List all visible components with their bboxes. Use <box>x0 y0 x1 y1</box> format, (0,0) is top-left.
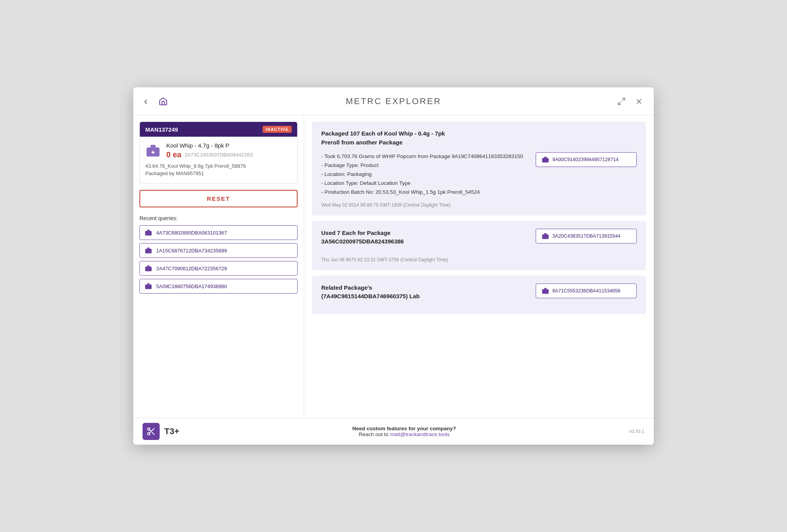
query-pkg-icon <box>145 229 152 236</box>
query-item[interactable]: 5A09C1880756DBA174938980 <box>139 279 298 294</box>
package-info-row: Kool Whip - 4.7g - 8pk P 0 ea 2A73C24535… <box>145 142 292 159</box>
footer: T3+ Need custom features for your compan… <box>133 418 654 445</box>
svg-line-17 <box>152 432 154 435</box>
package-meta2: Packaged by MAN857951 <box>145 170 292 176</box>
close-button[interactable] <box>634 96 644 107</box>
event-ref-1[interactable]: 9A00C9140239944957128714 <box>536 152 637 167</box>
event-ref-2[interactable]: 3A20C4383517DBA713915544 <box>536 229 637 243</box>
footer-version: v0.93.1 <box>629 429 644 434</box>
ref-pkg-icon <box>541 287 549 295</box>
reach-out-text: Reach out to <box>359 431 390 437</box>
tool-name: T3+ <box>164 426 179 436</box>
custom-text: Need custom features for your company? <box>352 426 456 431</box>
package-name: Kool Whip - 4.7g - 8pk P <box>166 142 292 149</box>
event-card-2: Used 7 Each for Package 3A56C0200975DBA8… <box>312 221 646 270</box>
ref-id-2: 3A20C4383517DBA713915544 <box>552 233 620 239</box>
package-card: MAN137249 INACTIVE Kool Whip - 4.7g - 8p… <box>139 122 298 184</box>
expand-button[interactable] <box>616 96 627 107</box>
query-id: 4A73C6802895DBA063101367 <box>156 230 227 236</box>
svg-rect-12 <box>542 235 549 239</box>
ref-pkg-icon <box>541 156 549 163</box>
query-pkg-icon <box>145 264 152 272</box>
close-icon <box>635 97 643 105</box>
query-id: 2A47C7090612DBA722356729 <box>156 266 227 271</box>
query-item[interactable]: 4A73C6802895DBA063101367 <box>139 225 298 240</box>
modal-title: METRC EXPLORER <box>346 96 441 106</box>
event-text-1: - Took 6,703.76 Grams of WHIP Popcorn fr… <box>321 152 529 197</box>
event-title-1: Packaged 107 Each of Kool Whip - 0.4g - … <box>321 129 637 147</box>
package-card-body: Kool Whip - 4.7g - 8pk P 0 ea 2A73C24535… <box>140 137 297 183</box>
svg-rect-10 <box>145 285 152 289</box>
footer-left: T3+ <box>143 423 179 440</box>
scissors-icon <box>146 427 156 436</box>
svg-rect-8 <box>145 249 152 254</box>
package-meta1: 43.64.76_Kool Whip_9.6g 7pk Preroll_5887… <box>145 163 292 169</box>
header-right <box>582 96 644 107</box>
expand-icon <box>617 97 626 106</box>
status-badge: INACTIVE <box>263 126 292 133</box>
modal-body: MAN137249 INACTIVE Kool Whip - 4.7g - 8p… <box>133 115 654 418</box>
ref-id-1: 9A00C9140239944957128714 <box>552 157 618 162</box>
svg-rect-7 <box>145 231 152 236</box>
query-item[interactable]: 2A47C7090612DBA722356729 <box>139 261 298 276</box>
event-title-2: Used 7 Each for Package 3A56C0200975DBA8… <box>321 229 529 246</box>
recent-queries-label: Recent queries: <box>139 215 298 221</box>
header-center: METRC EXPLORER <box>205 96 582 106</box>
svg-rect-9 <box>145 267 152 271</box>
event-body-2: Used 7 Each for Package 3A56C0200975DBA8… <box>321 229 637 252</box>
main-content: Packaged 107 Each of Kool Whip - 0.4g - … <box>304 115 654 418</box>
svg-rect-13 <box>542 289 549 294</box>
package-card-header: MAN137249 INACTIVE <box>140 122 297 137</box>
event-card-3: Related Package's (7A49C9815144DBA746960… <box>312 276 646 314</box>
home-button[interactable] <box>157 95 169 108</box>
package-tag: 2A73C2453507DBA0944226S <box>185 152 253 158</box>
footer-custom: Need custom features for your company? R… <box>179 426 629 437</box>
metrc-explorer-modal: ‹ METRC EXPLORER <box>133 87 654 445</box>
sidebar: MAN137249 INACTIVE Kool Whip - 4.7g - 8p… <box>133 115 304 418</box>
package-id: MAN137249 <box>145 126 178 133</box>
package-icon <box>145 143 161 158</box>
modal-header: ‹ METRC EXPLORER <box>133 87 654 115</box>
query-pkg-icon <box>145 247 152 254</box>
query-item[interactable]: 1A15C6876712DBA734235689 <box>139 243 298 258</box>
ref-id-3: 8A71C5553236DBA411534856 <box>552 288 620 294</box>
reset-button[interactable]: RESET <box>139 190 298 207</box>
package-quantity: 0 ea <box>166 150 181 159</box>
event-title-3: Related Package's (7A49C9815144DBA746960… <box>321 283 529 301</box>
event-card-1: Packaged 107 Each of Kool Whip - 0.4g - … <box>312 122 646 216</box>
email-link[interactable]: matt@trackandtrace.tools <box>390 431 450 437</box>
query-id: 5A09C1880756DBA174938980 <box>156 283 227 289</box>
event-body-1: - Took 6,703.76 Grams of WHIP Popcorn fr… <box>321 152 637 197</box>
svg-rect-11 <box>542 158 549 163</box>
svg-line-0 <box>622 98 625 100</box>
query-id: 1A15C6876712DBA734235689 <box>156 248 227 254</box>
ref-pkg-icon <box>541 232 549 240</box>
header-left: ‹ <box>143 94 205 109</box>
home-icon <box>158 97 168 106</box>
event-timestamp-1: Wed May 02 6514 98:88:75 GMT-1909 (Centr… <box>321 202 637 208</box>
svg-line-18 <box>150 430 151 431</box>
tool-icon <box>143 423 160 440</box>
event-ref-3[interactable]: 8A71C5553236DBA411534856 <box>536 283 637 298</box>
query-pkg-icon <box>145 282 152 290</box>
event-timestamp-2: Thu Jun 08 8670 62:10:31 GMT-3756 (Centr… <box>321 257 637 263</box>
svg-line-1 <box>618 102 621 104</box>
back-button[interactable]: ‹ <box>143 94 149 109</box>
event-body-3: Related Package's (7A49C9815144DBA746960… <box>321 283 637 306</box>
